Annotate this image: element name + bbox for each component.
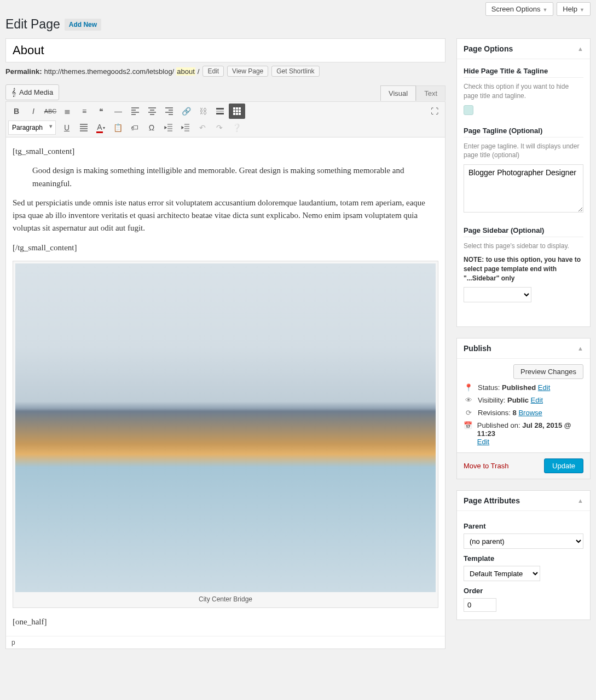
sidebar-select[interactable] xyxy=(464,287,531,302)
strikethrough-button[interactable]: ABC xyxy=(42,104,59,119)
editor-help-button[interactable]: ❔ xyxy=(228,120,245,135)
page-options-title: Page Options xyxy=(464,44,513,53)
media-icon: 𝄞 xyxy=(11,88,16,97)
blockquote-button[interactable]: ❝ xyxy=(93,104,109,119)
bold-button[interactable]: B xyxy=(8,104,25,119)
align-left-button[interactable] xyxy=(127,104,143,119)
publish-title: Publish xyxy=(464,344,491,353)
underline-button[interactable]: U xyxy=(59,120,75,135)
revisions-label: Revisions: xyxy=(478,409,511,417)
svg-rect-8 xyxy=(239,110,241,112)
get-shortlink-button[interactable]: Get Shortlink xyxy=(271,66,319,77)
align-center-button[interactable] xyxy=(144,104,160,119)
number-list-button[interactable]: ≡ xyxy=(76,104,92,119)
svg-rect-11 xyxy=(239,113,241,115)
align-right-button[interactable] xyxy=(161,104,177,119)
add-new-button[interactable]: Add New xyxy=(65,19,101,31)
content-shortcode-half: [one_half] xyxy=(13,616,438,628)
sidebar-note: NOTE: to use this option, you have to se… xyxy=(464,255,583,283)
undo-button[interactable]: ↶ xyxy=(194,120,211,135)
svg-rect-9 xyxy=(233,113,235,115)
permalink-label: Permalink: xyxy=(5,67,42,76)
special-char-button[interactable]: Ω xyxy=(143,120,160,135)
attributes-title: Page Attributes xyxy=(464,496,520,505)
hr-button[interactable]: — xyxy=(110,104,126,119)
content-quote: Good design is making something intellig… xyxy=(32,164,438,190)
screen-options-button[interactable]: Screen Options▼ xyxy=(485,2,554,16)
paragraph-select[interactable]: Paragraph xyxy=(8,121,56,135)
italic-button[interactable]: I xyxy=(25,104,42,119)
sidebar-label: Page Sidebar (Optional) xyxy=(464,226,583,234)
more-button[interactable] xyxy=(212,104,228,119)
svg-rect-0 xyxy=(216,108,224,110)
svg-rect-4 xyxy=(236,107,238,110)
toolbar-toggle-button[interactable] xyxy=(229,104,245,119)
tagline-textarea[interactable] xyxy=(464,164,583,213)
redo-button[interactable]: ↷ xyxy=(211,120,228,135)
published-edit-link[interactable]: Edit xyxy=(477,438,489,446)
collapse-icon[interactable]: ▲ xyxy=(577,345,583,352)
content-paragraph: Sed ut perspiciatis unde omnis iste natu… xyxy=(13,197,438,235)
post-title-input[interactable] xyxy=(5,38,445,62)
svg-rect-10 xyxy=(236,113,238,115)
content-image xyxy=(15,263,436,592)
tab-visual[interactable]: Visual xyxy=(380,85,416,101)
content-shortcode-open: [tg_small_content] xyxy=(13,145,438,158)
visibility-edit-link[interactable]: Edit xyxy=(531,396,543,404)
fullscreen-button[interactable]: ⛶ xyxy=(426,104,443,119)
align-justify-button[interactable] xyxy=(76,120,92,135)
sidebar-help: Select this page's sidebar to display. xyxy=(464,242,583,251)
content-shortcode-close: [/tg_small_content] xyxy=(13,242,438,254)
update-button[interactable]: Update xyxy=(544,458,583,473)
svg-rect-7 xyxy=(236,110,238,112)
unlink-button[interactable]: ⛓ xyxy=(195,104,211,119)
template-label: Template xyxy=(464,554,583,563)
help-button[interactable]: Help▼ xyxy=(557,2,591,16)
page-options-box: Page Options ▲ Hide Page Title & Tagline… xyxy=(456,38,591,327)
clear-format-button[interactable]: 🏷 xyxy=(126,120,143,135)
template-select[interactable]: Default Template xyxy=(464,566,540,581)
chevron-down-icon: ▼ xyxy=(580,7,585,13)
add-media-button[interactable]: 𝄞 Add Media xyxy=(5,84,59,100)
tagline-label: Page Tagline (Optional) xyxy=(464,127,583,135)
move-to-trash-link[interactable]: Move to Trash xyxy=(464,462,508,470)
paste-text-button[interactable]: 📋 xyxy=(109,120,126,135)
page-attributes-box: Page Attributes ▲ Parent (no parent) Tem… xyxy=(456,490,591,620)
revisions-browse-link[interactable]: Browse xyxy=(518,409,542,417)
pin-icon: 📍 xyxy=(464,383,473,392)
hide-title-label: Hide Page Title & Tagline xyxy=(464,67,583,75)
parent-select[interactable]: (no parent) xyxy=(464,533,583,549)
view-page-button[interactable]: View Page xyxy=(227,66,268,77)
chevron-down-icon: ▼ xyxy=(542,7,547,13)
preview-changes-button[interactable]: Preview Changes xyxy=(513,364,583,379)
eye-icon: 👁 xyxy=(464,396,473,404)
permalink-row: Permalink: http://themes.themegoods2.com… xyxy=(5,66,445,77)
permalink-edit-button[interactable]: Edit xyxy=(202,66,224,77)
bullet-list-button[interactable]: ≣ xyxy=(59,104,76,119)
text-color-button[interactable]: A▾ xyxy=(92,120,109,135)
editor-content[interactable]: [tg_small_content] Good design is making… xyxy=(6,137,445,636)
indent-button[interactable] xyxy=(177,120,194,135)
visibility-value: Public xyxy=(507,396,529,404)
svg-rect-5 xyxy=(239,107,241,110)
svg-rect-1 xyxy=(216,111,224,112)
editor-path: p xyxy=(6,636,445,649)
hide-title-help: Check this option if you want to hide pa… xyxy=(464,82,583,101)
image-caption-box[interactable]: City Center Bridge xyxy=(13,261,438,609)
page-title: Edit Page xyxy=(5,17,60,32)
svg-rect-6 xyxy=(233,110,235,112)
tab-text[interactable]: Text xyxy=(416,85,445,101)
order-input[interactable] xyxy=(464,598,496,612)
page-heading: Edit Page Add New xyxy=(5,16,591,38)
calendar-icon: 📅 xyxy=(464,421,473,429)
revisions-count: 8 xyxy=(513,409,517,417)
collapse-icon[interactable]: ▲ xyxy=(577,497,583,504)
permalink-slug: about xyxy=(176,67,195,76)
outdent-button[interactable] xyxy=(160,120,177,135)
published-label: Published on: xyxy=(477,421,520,429)
status-edit-link[interactable]: Edit xyxy=(538,383,550,392)
link-button[interactable]: 🔗 xyxy=(178,104,194,119)
collapse-icon[interactable]: ▲ xyxy=(577,45,583,52)
parent-label: Parent xyxy=(464,522,583,530)
hide-title-checkbox[interactable] xyxy=(464,105,473,115)
